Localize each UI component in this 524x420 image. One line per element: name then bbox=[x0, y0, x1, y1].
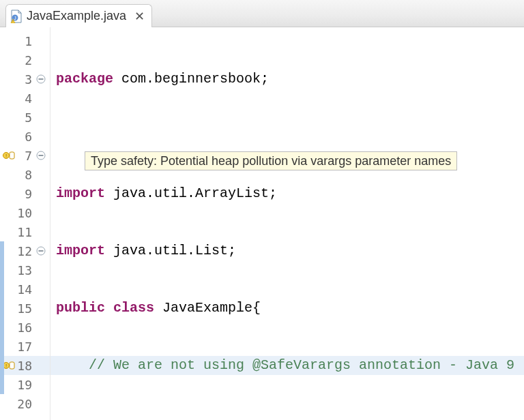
editor-body: 1 2 3 4 5 6 ! bbox=[0, 27, 524, 420]
warning-icon[interactable]: ! bbox=[3, 149, 15, 162]
gutter-line: 10 bbox=[0, 203, 50, 222]
gutter-line: ! 18 bbox=[0, 356, 50, 375]
line-number: 17 bbox=[17, 340, 32, 354]
code-line bbox=[50, 127, 524, 146]
warning-tooltip: Type safety: Potential heap pollution vi… bbox=[85, 151, 457, 170]
gutter-line: 13 bbox=[0, 260, 50, 280]
editor-window: J ! JavaExample.java ✕ 1 2 3 bbox=[0, 0, 524, 420]
gutter-line: 6 bbox=[0, 127, 50, 146]
gutter-line: 9 bbox=[0, 184, 50, 203]
code-line: // We are not using @SafeVarargs annotat… bbox=[50, 356, 524, 375]
line-number: 19 bbox=[17, 378, 32, 392]
line-number: 13 bbox=[17, 263, 32, 278]
line-number: 2 bbox=[25, 53, 32, 68]
line-number: 3 bbox=[25, 72, 32, 87]
gutter-line: 1 bbox=[0, 31, 50, 50]
svg-rect-8 bbox=[10, 152, 14, 159]
code-area[interactable]: package com.beginnersbook; import java.u… bbox=[50, 27, 524, 420]
change-marker bbox=[0, 241, 4, 260]
close-icon[interactable]: ✕ bbox=[134, 9, 145, 24]
line-number: 10 bbox=[17, 206, 32, 220]
code-line: public class JavaExample{ bbox=[50, 299, 524, 318]
line-number: 8 bbox=[25, 168, 32, 182]
line-number: 12 bbox=[17, 244, 32, 258]
change-marker bbox=[0, 318, 4, 337]
line-number: 16 bbox=[17, 320, 32, 335]
line-number: 1 bbox=[25, 34, 32, 48]
svg-text:!: ! bbox=[5, 153, 8, 159]
line-number: 15 bbox=[17, 301, 32, 316]
tab-filename: JavaExample.java bbox=[27, 9, 126, 23]
gutter-line: 15 bbox=[0, 299, 50, 318]
warning-icon[interactable]: ! bbox=[3, 359, 15, 372]
gutter-line: 17 bbox=[0, 337, 50, 356]
tooltip-text: Type safety: Potential heap pollution vi… bbox=[91, 154, 451, 168]
line-number: 6 bbox=[25, 130, 32, 144]
gutter-line: 19 bbox=[0, 375, 50, 394]
gutter-line: 8 bbox=[0, 165, 50, 184]
change-marker bbox=[0, 260, 4, 280]
line-number: 5 bbox=[25, 110, 32, 125]
change-marker bbox=[0, 299, 4, 318]
gutter-line: 14 bbox=[0, 280, 50, 299]
line-number: 18 bbox=[17, 359, 32, 373]
java-file-icon: J ! bbox=[10, 10, 23, 23]
code-line bbox=[50, 413, 524, 420]
gutter-line: 20 bbox=[0, 394, 50, 413]
gutter-line: 2 bbox=[0, 50, 50, 70]
code-line: import java.util.List; bbox=[50, 241, 524, 260]
change-marker bbox=[0, 356, 4, 375]
editor-tab[interactable]: J ! JavaExample.java ✕ bbox=[5, 4, 152, 27]
line-number: 11 bbox=[17, 225, 32, 239]
change-marker bbox=[0, 280, 4, 299]
gutter-line: 16 bbox=[0, 318, 50, 337]
line-number: 4 bbox=[25, 91, 32, 106]
gutter: 1 2 3 4 5 6 ! bbox=[0, 27, 50, 420]
gutter-line: 11 bbox=[0, 222, 50, 241]
svg-text:!: ! bbox=[12, 19, 13, 23]
svg-text:J: J bbox=[14, 16, 16, 20]
gutter-line: 3 bbox=[0, 70, 50, 89]
svg-text:!: ! bbox=[5, 363, 8, 369]
line-number: 7 bbox=[25, 149, 32, 163]
gutter-line: 5 bbox=[0, 108, 50, 127]
gutter-line: ! 7 bbox=[0, 146, 50, 165]
line-number: 20 bbox=[17, 397, 32, 411]
tab-bar: J ! JavaExample.java ✕ bbox=[0, 0, 524, 27]
code-line: package com.beginnersbook; bbox=[50, 70, 524, 89]
gutter-line: 12 bbox=[0, 241, 50, 260]
change-marker bbox=[0, 375, 4, 394]
fold-toggle-icon[interactable] bbox=[36, 74, 46, 84]
svg-rect-15 bbox=[10, 362, 14, 369]
line-number: 14 bbox=[17, 282, 32, 297]
gutter-line: 4 bbox=[0, 89, 50, 108]
fold-toggle-icon[interactable] bbox=[36, 246, 46, 256]
line-number: 9 bbox=[25, 187, 32, 201]
fold-toggle-icon[interactable] bbox=[36, 151, 46, 160]
code-line: import java.util.ArrayList; bbox=[50, 184, 524, 203]
change-marker bbox=[0, 337, 4, 356]
